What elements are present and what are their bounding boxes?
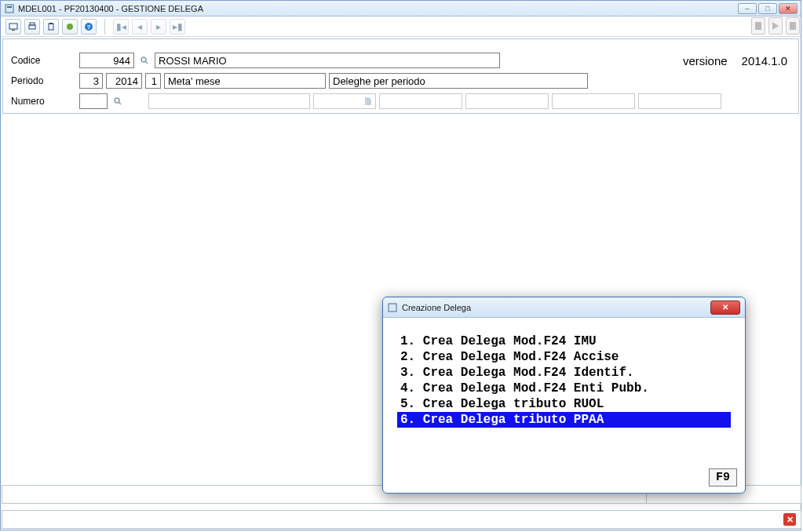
- svg-rect-6: [49, 24, 53, 30]
- periodo-year-input[interactable]: [106, 73, 142, 89]
- version-value: 2014.1.0: [742, 54, 787, 67]
- svg-line-14: [145, 61, 148, 64]
- form-panel: Codice versione 2014.1.0 Periodo Numero: [2, 38, 799, 114]
- svg-point-8: [67, 24, 73, 30]
- numero-field-3: [379, 93, 462, 109]
- numero-desc-box: [148, 93, 310, 109]
- nav-next-icon[interactable]: ▸: [151, 19, 166, 35]
- codice-name-display: [155, 53, 500, 68]
- toolbar-export-icon[interactable]: [62, 19, 78, 35]
- label-periodo: Periodo: [9, 75, 76, 86]
- toolbar-print-icon[interactable]: [24, 19, 40, 35]
- svg-rect-4: [29, 25, 35, 29]
- svg-rect-17: [389, 304, 396, 312]
- maximize-button[interactable]: □: [758, 3, 777, 14]
- codice-input[interactable]: [79, 53, 134, 68]
- periodo-desc-display: [164, 73, 326, 89]
- menu-item-1[interactable]: 1. Crea Delega Mod.F24 IMU: [397, 333, 731, 349]
- svg-rect-7: [49, 23, 53, 24]
- dialog-titlebar: Creazione Delega ✕: [383, 297, 745, 318]
- f9-shortcut-button[interactable]: F9: [709, 468, 737, 486]
- menu-item-5[interactable]: 5. Crea Delega tributo RUOL: [397, 396, 731, 412]
- dialog-close-button[interactable]: ✕: [710, 301, 740, 315]
- menu-item-3[interactable]: 3. Crea Delega Mod.F24 Identif.: [397, 365, 731, 381]
- dialog-menu: 1. Crea Delega Mod.F24 IMU 2. Crea Deleg…: [383, 318, 745, 428]
- main-toolbar: ? ▮◂ ◂ ▸ ▸▮: [1, 16, 801, 37]
- svg-line-16: [119, 102, 121, 104]
- svg-rect-2: [9, 24, 17, 29]
- numero-doc-box: [313, 93, 376, 109]
- minimize-button[interactable]: –: [738, 3, 757, 14]
- label-numero: Numero: [9, 96, 76, 107]
- error-indicator-icon[interactable]: ✕: [783, 513, 796, 526]
- version-label: versione: [683, 54, 728, 67]
- toolbar-help-icon[interactable]: ?: [81, 19, 97, 35]
- document-icon: [364, 97, 372, 106]
- dialog-app-icon: [388, 303, 397, 312]
- periodo-type-display: [329, 73, 588, 89]
- window-titlebar: MDEL001 - PF20130400 - GESTIONE DELEGA –…: [1, 1, 801, 16]
- toolbar-right-2-icon[interactable]: [768, 17, 783, 35]
- numero-field-5: [552, 93, 635, 109]
- numero-field-6: [638, 93, 721, 109]
- toolbar-screen-icon[interactable]: [5, 19, 21, 35]
- label-codice: Codice: [9, 55, 76, 66]
- app-icon: [4, 3, 15, 14]
- close-button[interactable]: ✕: [779, 3, 798, 14]
- periodo-seq-input[interactable]: [145, 73, 161, 89]
- numero-field-4: [465, 93, 549, 109]
- nav-last-icon[interactable]: ▸▮: [170, 19, 185, 35]
- svg-rect-1: [7, 6, 12, 8]
- menu-item-2[interactable]: 2. Crea Delega Mod.F24 Accise: [397, 349, 731, 365]
- svg-rect-0: [5, 5, 13, 13]
- nav-prev-icon[interactable]: ◂: [132, 19, 148, 35]
- creazione-delega-dialog: Creazione Delega ✕ 1. Crea Delega Mod.F2…: [382, 297, 746, 494]
- lookup-codice-icon[interactable]: [137, 53, 151, 68]
- statusbar: ✕: [2, 510, 801, 529]
- menu-item-4[interactable]: 4. Crea Delega Mod.F24 Enti Pubb.: [397, 381, 731, 396]
- svg-rect-5: [30, 23, 35, 25]
- menu-item-6[interactable]: 6. Crea Delega tributo PPAA: [397, 412, 731, 428]
- svg-text:?: ?: [87, 24, 91, 31]
- toolbar-right-3-icon[interactable]: [786, 17, 800, 35]
- svg-rect-11: [755, 22, 761, 30]
- lookup-numero-icon[interactable]: [111, 93, 125, 109]
- svg-rect-3: [12, 30, 15, 31]
- svg-rect-12: [790, 22, 796, 30]
- dialog-title-text: Creazione Delega: [402, 303, 471, 312]
- periodo-month-input[interactable]: [79, 73, 103, 89]
- window-title: MDEL001 - PF20130400 - GESTIONE DELEGA: [18, 4, 203, 13]
- nav-first-icon[interactable]: ▮◂: [113, 19, 129, 35]
- toolbar-clipboard-icon[interactable]: [43, 19, 59, 35]
- numero-input[interactable]: [79, 93, 108, 109]
- toolbar-right-1-icon[interactable]: [751, 17, 765, 35]
